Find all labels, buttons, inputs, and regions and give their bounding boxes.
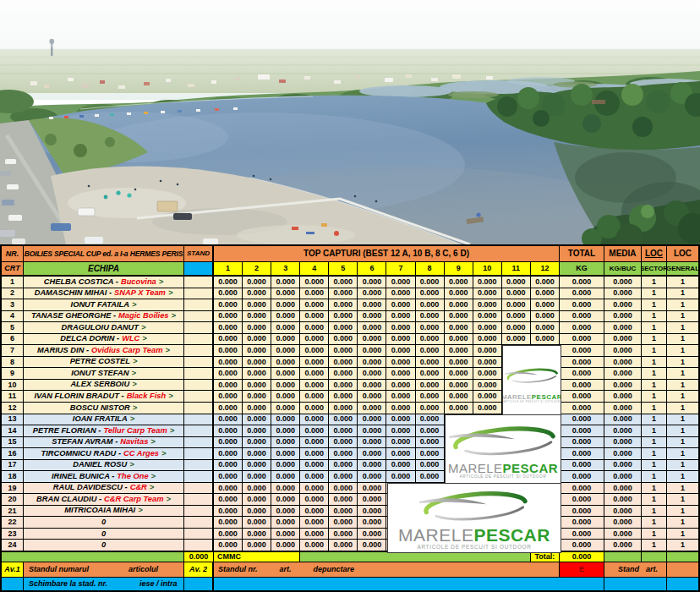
row-13-number[interactable]: 13 xyxy=(2,414,24,426)
row-18-loc-general[interactable]: 1 xyxy=(667,471,698,483)
row-6-capture-8[interactable]: 0.000 xyxy=(416,334,445,346)
row-20-team-name[interactable]: BRAN CLAUDIU -C&R Carp Team> xyxy=(24,494,184,506)
row-23-total-kg[interactable]: 0.000 xyxy=(560,529,604,540)
row-16-loc-sector[interactable]: 1 xyxy=(642,448,667,460)
capture-col-header-12[interactable]: 12 xyxy=(531,262,560,277)
col-header-top-capturi[interactable]: TOP CAPTURI (BEST 12 A, 10 B, 8 C, 6 D) xyxy=(214,246,560,262)
row-7-capture-3[interactable]: 0.000 xyxy=(271,345,300,357)
row-18-capture-5[interactable]: 0.000 xyxy=(329,471,358,483)
row-7-capture-9[interactable]: 0.000 xyxy=(445,345,473,357)
row-2-capture-1[interactable]: 0.000 xyxy=(214,288,243,300)
row-10-capture-9[interactable]: 0.000 xyxy=(445,380,473,392)
row-1-loc-sector[interactable]: 1 xyxy=(642,277,667,288)
row-17-loc-sector[interactable]: 1 xyxy=(642,460,667,472)
row-5-capture-10[interactable]: 0.000 xyxy=(473,322,502,334)
row-12-capture-7[interactable]: 0.000 xyxy=(386,403,415,414)
row-5-capture-3[interactable]: 0.000 xyxy=(271,322,300,334)
row-2-media[interactable]: 0.000 xyxy=(604,288,642,300)
row-4-loc-general[interactable]: 1 xyxy=(667,311,698,323)
row-16-team-name[interactable]: TIRCOMNICU RADU -CC Arges> xyxy=(24,448,184,460)
row-22-team-name[interactable]: 0 xyxy=(24,517,184,529)
row-3-loc-sector[interactable]: 1 xyxy=(642,299,667,311)
row-8-loc-general[interactable]: 1 xyxy=(667,357,698,369)
row-9-capture-6[interactable]: 0.000 xyxy=(358,368,386,380)
row-11-capture-2[interactable]: 0.000 xyxy=(243,391,271,403)
row-1-capture-4[interactable]: 0.000 xyxy=(300,277,329,288)
row-21-loc-general[interactable]: 1 xyxy=(667,506,698,518)
row-19-capture-2[interactable]: 0.000 xyxy=(243,483,271,495)
row-19-number[interactable]: 19 xyxy=(2,483,24,495)
row-13-capture-5[interactable]: 0.000 xyxy=(329,414,358,426)
row-24-capture-4[interactable]: 0.000 xyxy=(300,540,329,551)
row-6-loc-sector[interactable]: 1 xyxy=(642,334,667,346)
row-12-loc-general[interactable]: 1 xyxy=(667,403,698,414)
row-15-capture-1[interactable]: 0.000 xyxy=(214,437,243,449)
row-6-loc-general[interactable]: 1 xyxy=(667,334,698,346)
row-14-capture-2[interactable]: 0.000 xyxy=(243,425,271,437)
row-19-capture-3[interactable]: 0.000 xyxy=(271,483,300,495)
row-19-loc-general[interactable]: 1 xyxy=(667,483,698,495)
col-header-kg-buc[interactable]: KG/BUC xyxy=(604,262,642,277)
row-8-loc-sector[interactable]: 1 xyxy=(642,357,667,369)
row-7-capture-7[interactable]: 0.000 xyxy=(386,345,415,357)
row-23-number[interactable]: 23 xyxy=(2,529,24,540)
footer-blue-end[interactable] xyxy=(667,578,698,590)
row-5-loc-general[interactable]: 1 xyxy=(667,322,698,334)
row-5-number[interactable]: 5 xyxy=(2,322,24,334)
footer-blue-nr[interactable] xyxy=(2,578,24,590)
row-5-capture-1[interactable]: 0.000 xyxy=(214,322,243,334)
row-7-capture-5[interactable]: 0.000 xyxy=(329,345,358,357)
row-15-team-name[interactable]: STEFAN AVRAM -Navitas> xyxy=(24,437,184,449)
footer-green-left[interactable] xyxy=(2,551,184,562)
row-13-capture-6[interactable]: 0.000 xyxy=(358,414,386,426)
row-10-team-name[interactable]: ALEX SERBOIU> xyxy=(24,380,184,392)
row-18-capture-3[interactable]: 0.000 xyxy=(271,471,300,483)
row-15-media[interactable]: 0.000 xyxy=(604,437,642,449)
row-2-capture-4[interactable]: 0.000 xyxy=(300,288,329,300)
row-14-stand[interactable] xyxy=(184,425,214,437)
row-5-capture-8[interactable]: 0.000 xyxy=(416,322,445,334)
row-9-capture-2[interactable]: 0.000 xyxy=(243,368,271,380)
row-6-capture-12[interactable]: 0.000 xyxy=(531,334,560,346)
row-5-stand[interactable] xyxy=(184,322,214,334)
row-7-capture-1[interactable]: 0.000 xyxy=(214,345,243,357)
footer-av2-label[interactable]: Av. 2 xyxy=(184,562,214,578)
row-16-capture-2[interactable]: 0.000 xyxy=(243,448,271,460)
row-23-capture-1[interactable]: 0.000 xyxy=(214,529,243,540)
sheet-title[interactable]: BOILIES SPECIAL CUP ed. a I-a HERMES PER… xyxy=(24,246,184,262)
row-24-capture-3[interactable]: 0.000 xyxy=(271,540,300,551)
row-6-stand[interactable] xyxy=(184,334,214,346)
row-9-media[interactable]: 0.000 xyxy=(604,368,642,380)
row-10-total-kg[interactable]: 0.000 xyxy=(560,380,604,392)
row-12-capture-4[interactable]: 0.000 xyxy=(300,403,329,414)
row-24-team-name[interactable]: 0 xyxy=(24,540,184,551)
row-5-team-name[interactable]: DRAGULOIU DANUT> xyxy=(24,322,184,334)
col-header-media[interactable]: MEDIA xyxy=(604,246,642,262)
row-1-capture-12[interactable]: 0.000 xyxy=(531,277,560,288)
row-6-capture-7[interactable]: 0.000 xyxy=(386,334,415,346)
row-3-capture-10[interactable]: 0.000 xyxy=(473,299,502,311)
row-18-total-kg[interactable]: 0.000 xyxy=(560,471,604,483)
row-17-number[interactable]: 17 xyxy=(2,460,24,472)
row-9-capture-1[interactable]: 0.000 xyxy=(214,368,243,380)
row-13-capture-4[interactable]: 0.000 xyxy=(300,414,329,426)
row-19-total-kg[interactable]: 0.000 xyxy=(560,483,604,495)
row-17-loc-general[interactable]: 1 xyxy=(667,460,698,472)
footer-cmmc[interactable]: CMMC xyxy=(214,551,300,562)
row-11-capture-8[interactable]: 0.000 xyxy=(416,391,445,403)
row-12-loc-sector[interactable]: 1 xyxy=(642,403,667,414)
row-21-capture-4[interactable]: 0.000 xyxy=(300,506,329,518)
row-11-capture-4[interactable]: 0.000 xyxy=(300,391,329,403)
row-4-capture-6[interactable]: 0.000 xyxy=(358,311,386,323)
row-16-capture-4[interactable]: 0.000 xyxy=(300,448,329,460)
row-3-capture-3[interactable]: 0.000 xyxy=(271,299,300,311)
row-16-capture-3[interactable]: 0.000 xyxy=(271,448,300,460)
row-2-capture-5[interactable]: 0.000 xyxy=(329,288,358,300)
row-5-capture-4[interactable]: 0.000 xyxy=(300,322,329,334)
row-5-capture-2[interactable]: 0.000 xyxy=(243,322,271,334)
row-8-capture-6[interactable]: 0.000 xyxy=(358,357,386,369)
row-1-capture-10[interactable]: 0.000 xyxy=(473,277,502,288)
row-18-capture-6[interactable]: 0.000 xyxy=(358,471,386,483)
row-8-team-name[interactable]: PETRE COSTEL> xyxy=(24,357,184,369)
row-22-capture-6[interactable]: 0.000 xyxy=(358,517,386,529)
